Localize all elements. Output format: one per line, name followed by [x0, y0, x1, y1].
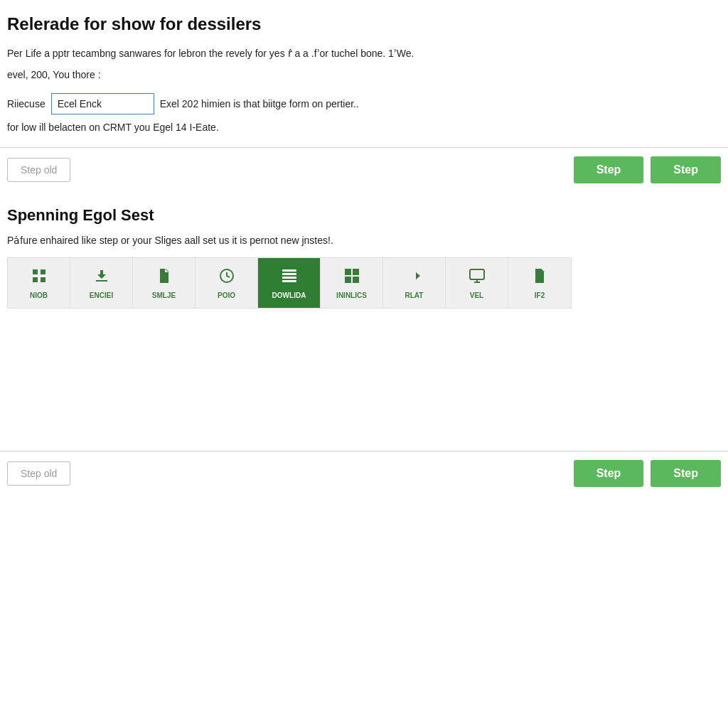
ininlics-label: INiNLICS — [336, 291, 367, 299]
step-button-1b[interactable]: Step — [651, 156, 721, 183]
section-1-title: Relerade for show for dessilers — [7, 14, 721, 34]
tab-dowlida[interactable]: DOWLIDA — [258, 258, 321, 308]
poio-icon — [218, 267, 235, 289]
dowlida-icon — [281, 267, 298, 289]
svg-rect-16 — [470, 269, 484, 279]
inline-field-row: Riiecuse Exel 202 himien is that biitge … — [7, 93, 721, 114]
icon-tab-bar: NIOBENCIEiSMLJEPOIODOWLIDAINiNLICSRLATVE… — [7, 257, 572, 309]
button-row-2: Step old Step Step — [0, 451, 728, 496]
ecel-enck-input[interactable] — [51, 93, 154, 114]
vel-label: VEL — [470, 291, 483, 299]
tab-if2[interactable]: IF2 — [508, 258, 571, 308]
btn-group-1: Step Step — [574, 156, 721, 183]
niob-icon — [31, 267, 48, 289]
tab-rlat[interactable]: RLAT — [383, 258, 446, 308]
step-button-2a[interactable]: Step — [574, 460, 644, 487]
section-2-title: Spenning Egol Sest — [7, 206, 721, 225]
svg-rect-6 — [161, 278, 166, 279]
step-button-2b[interactable]: Step — [651, 460, 721, 487]
btn-group-2: Step Step — [574, 460, 721, 487]
tab-vel[interactable]: VEL — [446, 258, 508, 308]
svg-rect-2 — [33, 277, 38, 282]
step-old-button-1[interactable]: Step old — [7, 158, 70, 182]
section-1-body-line1: Per Life a pptr tecambng sanwares for le… — [7, 46, 721, 61]
svg-rect-5 — [161, 276, 167, 277]
svg-rect-11 — [282, 280, 296, 282]
page-container: Relerade for show for dessilers Per Life… — [0, 0, 728, 728]
svg-rect-12 — [345, 269, 351, 275]
rlat-label: RLAT — [405, 291, 424, 299]
tab-ininlics[interactable]: INiNLICS — [321, 258, 383, 308]
vel-icon — [469, 267, 486, 289]
svg-rect-10 — [282, 277, 296, 279]
ininlics-icon — [343, 267, 360, 289]
enciei-icon — [93, 267, 110, 289]
enciei-label: ENCIEi — [90, 291, 113, 299]
svg-rect-0 — [33, 269, 38, 274]
section-2-body: Pȧfure enhaired like step or your Slige… — [7, 235, 721, 246]
step-button-1a[interactable]: Step — [574, 156, 644, 183]
step-old-button-2[interactable]: Step old — [7, 461, 70, 486]
svg-rect-9 — [282, 273, 296, 275]
section-2: Spenning Egol Sest Pȧfure enhaired like… — [0, 192, 728, 323]
button-row-1: Step old Step Step — [0, 147, 728, 192]
tab-smlje[interactable]: SMLJE — [133, 258, 196, 308]
tab-enciei[interactable]: ENCIEi — [70, 258, 133, 308]
smlje-icon — [156, 267, 173, 289]
svg-rect-1 — [41, 269, 46, 274]
if2-label: IF2 — [535, 291, 545, 299]
niob-label: NIOB — [30, 291, 48, 299]
svg-rect-8 — [282, 269, 296, 272]
inline-desc: Exel 202 himien is that biitge form on p… — [160, 98, 359, 109]
section-1-body-line2: evel, 200, You thore : — [7, 67, 721, 82]
poio-label: POIO — [218, 291, 235, 299]
dowlida-label: DOWLIDA — [272, 291, 306, 299]
tab-niob[interactable]: NIOB — [8, 258, 70, 308]
svg-rect-15 — [353, 277, 359, 283]
rlat-icon — [406, 267, 423, 289]
svg-rect-3 — [41, 277, 46, 282]
svg-rect-14 — [345, 277, 351, 283]
field-label: Riiecuse — [7, 98, 46, 109]
if2-icon — [531, 267, 548, 289]
tab-poio[interactable]: POIO — [196, 258, 258, 308]
section-1-bottom-text: for low ill belacten on CRMT you Egel 14… — [7, 122, 721, 133]
smlje-label: SMLJE — [152, 291, 176, 299]
section-1: Relerade for show for dessilers Per Life… — [0, 0, 728, 147]
svg-rect-4 — [96, 280, 107, 282]
svg-rect-13 — [353, 269, 359, 275]
